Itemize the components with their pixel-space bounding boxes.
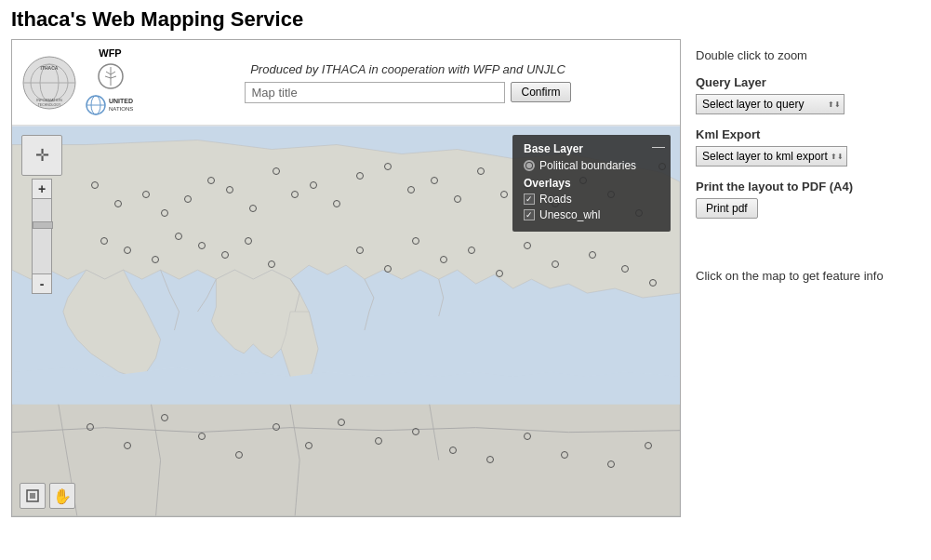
kml-export-select[interactable]: Select layer to kml export <box>696 146 847 167</box>
political-boundaries-radio[interactable] <box>524 160 535 171</box>
map-marker <box>310 181 317 189</box>
svg-line-11 <box>105 76 111 78</box>
map-marker <box>561 451 568 459</box>
print-section: Print the layout to PDF (A4) Print pdf <box>696 180 920 219</box>
map-marker <box>454 195 461 203</box>
map-marker <box>375 437 382 445</box>
map-header: ITHACA INFORMATION TECHNOLOGY WFP <box>12 40 680 126</box>
map-marker <box>589 251 596 259</box>
svg-line-10 <box>111 72 115 74</box>
map-marker <box>142 191 150 198</box>
map-marker <box>496 270 503 277</box>
zoom-in-button[interactable]: + <box>32 179 52 199</box>
svg-text:INFORMATION: INFORMATION <box>36 98 62 102</box>
unesco-checkbox[interactable]: ✓ <box>524 209 535 220</box>
zoom-slider-handle[interactable] <box>33 221 53 229</box>
map-marker <box>607 460 615 468</box>
map-marker <box>500 191 508 198</box>
map-title-input[interactable] <box>245 82 505 103</box>
pan-control[interactable]: ✛ <box>21 135 62 176</box>
map-marker <box>235 451 243 459</box>
zoom-controls: + - <box>32 179 52 294</box>
base-layer-title: Base Layer <box>524 142 659 155</box>
map-marker <box>412 428 419 435</box>
confirm-button[interactable]: Confirm <box>511 82 570 102</box>
map-marker <box>273 423 280 431</box>
map-marker <box>477 167 485 175</box>
map-marker <box>207 177 215 184</box>
map-marker <box>184 195 192 203</box>
map-marker <box>440 256 447 263</box>
page-title: Ithaca's Web Mapping Service <box>0 0 931 35</box>
svg-line-12 <box>111 76 116 78</box>
map-marker <box>198 433 206 440</box>
map-marker <box>552 260 559 268</box>
map-marker <box>221 251 229 259</box>
roads-checkbox[interactable]: ✓ <box>524 193 535 205</box>
svg-text:TECHNOLOGY: TECHNOLOGY <box>38 103 61 107</box>
wfp-logo-area: WFP UNITED <box>85 47 136 117</box>
map-marker <box>333 200 340 207</box>
map-marker <box>431 177 438 184</box>
zoom-extent-icon <box>25 488 40 503</box>
map-marker <box>649 279 657 287</box>
unesco-item[interactable]: ✓ Unesco_whl <box>524 208 659 221</box>
map-marker <box>449 447 457 454</box>
zoom-out-button[interactable]: - <box>32 273 52 294</box>
map-marker <box>407 186 415 193</box>
map-marker <box>198 242 206 249</box>
map-marker <box>124 247 131 254</box>
produced-by-text: Produced by ITHACA in cooperation with W… <box>250 62 565 76</box>
roads-item[interactable]: ✓ Roads <box>524 193 659 206</box>
navigation-controls: ✛ + - <box>21 135 62 294</box>
overlays-title: Overlays <box>524 177 659 190</box>
layer-panel: — Base Layer Political boundaries Overla… <box>512 135 671 232</box>
unjlc-logo: UNITED NATIONS <box>85 94 136 117</box>
svg-text:NATIONS: NATIONS <box>109 106 133 112</box>
map-marker <box>384 265 392 273</box>
map-viewport[interactable]: ✛ + - — Base Layer Political boundaries … <box>12 126 680 516</box>
map-marker <box>305 442 313 449</box>
query-layer-title: Query Layer <box>696 75 920 89</box>
map-marker <box>161 414 168 421</box>
query-layer-select[interactable]: Select layer to query <box>696 94 845 114</box>
main-container: ITHACA INFORMATION TECHNOLOGY WFP <box>0 35 931 521</box>
map-marker <box>621 265 629 273</box>
print-title: Print the layout to PDF (A4) <box>696 180 920 193</box>
query-layer-section: Query Layer Select layer to query <box>696 75 920 114</box>
zoom-extent-button[interactable] <box>20 483 46 509</box>
wfp-icon <box>97 62 125 90</box>
roads-label: Roads <box>539 193 572 206</box>
map-marker <box>152 256 159 263</box>
political-boundaries-item[interactable]: Political boundaries <box>524 159 659 172</box>
feature-info-hint-area: Click on the map to get feature info <box>696 269 920 283</box>
pan-hand-button[interactable]: ✋ <box>49 483 75 509</box>
ithaca-logo: ITHACA INFORMATION TECHNOLOGY <box>21 55 77 111</box>
map-marker <box>86 423 94 431</box>
zoom-slider[interactable] <box>32 199 52 273</box>
wfp-text: WFP <box>99 47 121 59</box>
map-marker <box>175 233 182 240</box>
map-marker <box>645 442 652 449</box>
svg-text:ITHACA: ITHACA <box>41 65 59 71</box>
map-marker <box>249 205 257 212</box>
header-center: Produced by ITHACA in cooperation with W… <box>145 62 671 103</box>
map-marker <box>291 191 299 198</box>
map-marker <box>524 242 531 249</box>
map-section: ITHACA INFORMATION TECHNOLOGY WFP <box>11 39 681 517</box>
svg-line-9 <box>106 72 111 74</box>
map-bottom-toolbar: ✋ <box>20 483 75 509</box>
unesco-label: Unesco_whl <box>539 208 600 221</box>
map-marker <box>524 433 531 440</box>
kml-export-select-wrapper: Select layer to kml export <box>696 146 847 167</box>
map-title-row: Confirm <box>245 82 570 103</box>
map-marker <box>100 237 108 245</box>
kml-export-section: Kml Export Select layer to kml export <box>696 127 920 167</box>
sidebar: Double click to zoom Query Layer Select … <box>696 39 920 517</box>
political-boundaries-label: Political boundaries <box>539 159 636 172</box>
map-marker <box>268 260 275 268</box>
print-pdf-button[interactable]: Print pdf <box>696 198 758 219</box>
svg-rect-20 <box>30 493 35 499</box>
layer-panel-close-button[interactable]: — <box>652 139 665 153</box>
map-marker <box>356 247 364 254</box>
